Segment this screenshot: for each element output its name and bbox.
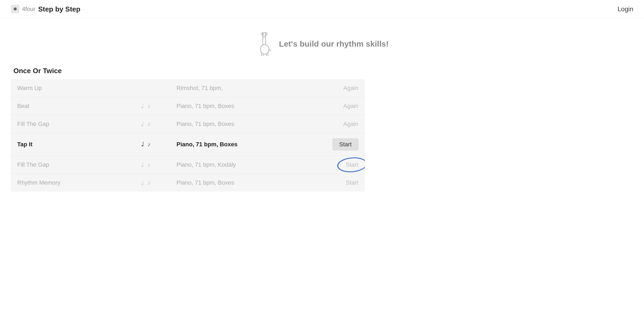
lesson-action-cell: Again [294,79,365,97]
svg-line-9 [263,54,263,56]
svg-line-11 [268,53,268,56]
hero-tagline: Let's build our rhythm skills! [279,39,389,49]
again-button[interactable]: Again [343,85,358,92]
main-content: Once Or Twice Warm UpRimshot, 71 bpm,Aga… [0,67,376,202]
lesson-name: Rhythm Memory [11,174,135,192]
again-button[interactable]: Again [343,103,358,110]
svg-line-4 [265,32,266,33]
lesson-music-icons: ♩ ♪ [135,115,170,133]
start-button-circled-wrapper: Start [346,161,358,168]
lesson-action-cell: Start [294,174,365,192]
section-title: Once Or Twice [11,67,365,75]
music-note-icons: ♩ ♪ [141,141,152,148]
start-button[interactable]: Start [346,179,358,186]
login-button[interactable]: Login [617,5,633,13]
lesson-music-icons: ♩ ♪ [135,174,170,192]
lesson-music-icons [135,79,170,97]
table-row: Beat♩ ♪Piano, 71 bpm, BoxesAgain [11,97,365,115]
lessons-table: Warm UpRimshot, 71 bpm,AgainBeat♩ ♪Piano… [11,79,365,192]
lesson-music-icons: ♩ ♪ [135,133,170,156]
logo-icon: ✱ [11,5,19,13]
lesson-name: Beat [11,97,135,115]
lesson-action-cell: Start [294,133,365,156]
lesson-details: Piano, 71 bpm, Kodály [170,156,294,174]
table-row: Fill The Gap♩ ♪Piano, 71 bpm, BoxesAgain [11,115,365,133]
lesson-details: Piano, 71 bpm, Boxes [170,115,294,133]
lesson-name: Warm Up [11,79,135,97]
app-header: ✱ 4four Step by Step Login [0,0,644,18]
music-note-icons: ♩ ♪ [141,179,152,186]
app-name: 4four [22,6,35,13]
again-button[interactable]: Again [343,121,358,128]
lesson-action-cell: Start [294,156,365,174]
giraffe-icon [255,32,274,56]
svg-point-0 [260,44,269,54]
header-left: ✱ 4four Step by Step [11,5,80,13]
lesson-details: Piano, 71 bpm, Boxes [170,97,294,115]
lesson-action-cell: Again [294,97,365,115]
lesson-details: Piano, 71 bpm, Boxes [170,133,294,156]
music-note-icons: ♩ ♪ [141,103,152,110]
svg-line-10 [266,54,267,56]
lesson-action-cell: Again [294,115,365,133]
lesson-name: Fill The Gap [11,156,135,174]
music-note-icons: ♩ ♪ [141,121,152,128]
start-button-circled[interactable]: Start [346,161,358,168]
lesson-details: Rimshot, 71 bpm, [170,79,294,97]
lesson-name: Tap It [11,133,135,156]
lesson-music-icons: ♩ ♪ [135,156,170,174]
start-button-active[interactable]: Start [333,139,358,150]
table-row: Fill The Gap♩ ♪Piano, 71 bpm, KodályStar… [11,156,365,174]
hero-section: Let's build our rhythm skills! [0,18,644,67]
svg-line-8 [261,53,262,56]
table-row: Tap It♩ ♪Piano, 71 bpm, BoxesStart [11,133,365,156]
music-note-icons: ♩ ♪ [141,161,152,168]
table-row: Warm UpRimshot, 71 bpm,Again [11,79,365,97]
lesson-music-icons: ♩ ♪ [135,97,170,115]
table-row: Rhythm Memory♩ ♪Piano, 71 bpm, BoxesStar… [11,174,365,192]
page-title: Step by Step [38,5,80,13]
lesson-details: Piano, 71 bpm, Boxes [170,174,294,192]
lesson-name: Fill The Gap [11,115,135,133]
svg-point-12 [263,34,264,35]
